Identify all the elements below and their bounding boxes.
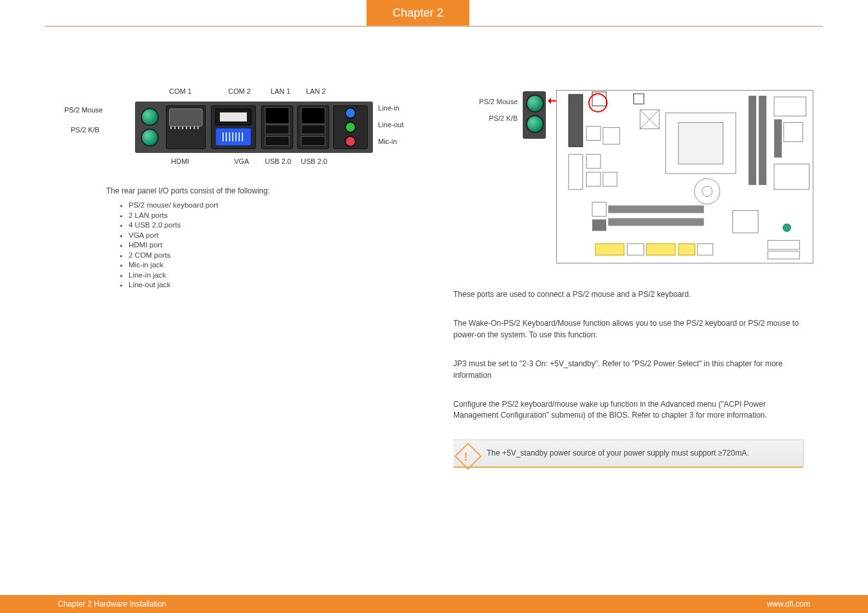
- micin-jack-icon: [345, 136, 356, 147]
- list-item: Line-out jack: [129, 280, 415, 290]
- lineout-jack-icon: [345, 121, 356, 133]
- paragraph: JP3 must be set to "2-3 On: +5V_standby"…: [453, 359, 804, 381]
- right-column: PS/2 Mouse PS/2 K/B: [453, 84, 817, 562]
- svg-rect-7: [759, 96, 766, 185]
- list-item: PS/2 mouse/ keyboard port: [129, 200, 415, 211]
- ps2-kb-label: PS/2 K/B: [71, 126, 100, 134]
- lan1-label: LAN 1: [271, 87, 291, 95]
- list-item: HDMI port: [129, 240, 415, 251]
- header-rule: [45, 26, 823, 27]
- ps2-kb-icon: [526, 115, 544, 133]
- lan2-label: LAN 2: [306, 87, 326, 95]
- ps2-kb-icon: [141, 129, 159, 147]
- vga-label: VGA: [234, 157, 249, 165]
- lineout-label: Line-out: [378, 121, 404, 129]
- list-item: 2 COM ports: [129, 251, 415, 261]
- svg-point-26: [783, 224, 791, 231]
- svg-rect-5: [678, 123, 723, 164]
- ps2-mouse-label: PS/2 Mouse: [64, 106, 103, 114]
- com1-port-block: [166, 105, 206, 149]
- svg-rect-15: [608, 218, 704, 226]
- com1-label: COM 1: [169, 87, 192, 95]
- fig2-ps2-labels: PS/2 Mouse PS/2 K/B: [460, 98, 518, 131]
- motherboard-figure: PS/2 Mouse PS/2 K/B: [453, 84, 817, 276]
- paragraph: Configure the PS/2 keyboard/mouse wake u…: [453, 399, 804, 422]
- note-text: The +5V_standby power source of your pow…: [487, 449, 749, 458]
- ps2-port-block: [137, 105, 163, 149]
- rear-panel-graphic: [135, 102, 373, 153]
- left-column: PS/2 Mouse PS/2 K/B COM 1 COM 2 LAN 1 LA…: [51, 84, 415, 562]
- footer-right: www.dfi.com: [767, 600, 810, 609]
- svg-rect-1: [568, 94, 583, 147]
- list-item: Mic-in jack: [129, 260, 415, 271]
- paragraph: The Wake-On-PS/2 Keyboard/Mouse function…: [453, 318, 804, 341]
- list-item: 4 USB 2.0 ports: [129, 220, 415, 231]
- list-item: VGA port: [129, 231, 415, 241]
- note-box: ! The +5V_standby power source of your p…: [453, 440, 804, 467]
- fig2-ps2-mouse-label: PS/2 Mouse: [460, 98, 518, 105]
- hdmi-label: HDMI: [171, 157, 189, 165]
- audio-block: [333, 105, 368, 149]
- ps2-mouse-icon: [526, 94, 544, 112]
- svg-rect-14: [608, 206, 704, 213]
- motherboard-diagram: [556, 90, 813, 263]
- content-columns: PS/2 Mouse PS/2 K/B COM 1 COM 2 LAN 1 LA…: [51, 84, 817, 562]
- svg-rect-22: [678, 244, 695, 255]
- fig2-ps2-kb-label: PS/2 K/B: [460, 114, 518, 122]
- linein-label: Line-in: [378, 104, 399, 112]
- rear-panel-figure: PS/2 Mouse PS/2 K/B COM 1 COM 2 LAN 1 LA…: [71, 84, 402, 186]
- paragraph: These ports are used to connect a PS/2 m…: [453, 289, 804, 300]
- list-item: Line-in jack: [129, 271, 415, 281]
- warning-icon: !: [455, 443, 482, 470]
- footer-left: Chapter 2 Hardware Installation: [58, 600, 167, 609]
- svg-rect-6: [748, 96, 756, 185]
- hdmi-vga-block: [211, 105, 256, 149]
- usb20-label-1: USB 2.0: [265, 157, 291, 165]
- list-item: 2 LAN ports: [129, 211, 415, 221]
- ps2-mouse-icon: [141, 108, 159, 126]
- com2-label: COM 2: [228, 87, 251, 95]
- callout-circle-icon: [588, 93, 608, 112]
- linein-jack-icon: [345, 107, 356, 119]
- svg-rect-10: [774, 120, 782, 158]
- lan2-usb-block: [297, 105, 329, 149]
- right-body-text: These ports are used to connect a PS/2 m…: [453, 289, 804, 467]
- usb20-label-2: USB 2.0: [301, 157, 327, 165]
- micin-label: Mic-in: [378, 138, 397, 145]
- chapter-tab: Chapter 2: [366, 0, 469, 26]
- page-footer: Chapter 2 Hardware Installation www.dfi.…: [0, 595, 868, 613]
- port-list: PS/2 mouse/ keyboard port 2 LAN ports 4 …: [119, 200, 415, 290]
- svg-rect-17: [592, 220, 606, 231]
- svg-rect-21: [646, 244, 675, 255]
- lan1-usb-block: [261, 105, 293, 149]
- rear-panel-intro: The rear panel I/O ports consist of the …: [106, 186, 415, 195]
- fig2-ps2-icons: [523, 91, 546, 139]
- svg-rect-19: [595, 244, 624, 255]
